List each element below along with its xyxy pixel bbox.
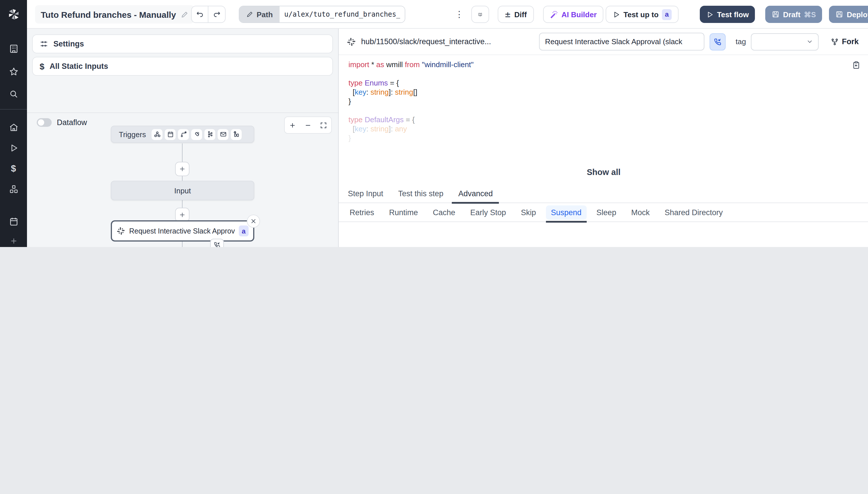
subtab-cache[interactable]: Cache (428, 203, 460, 222)
kafka-icon[interactable] (204, 129, 215, 140)
favorites-star-icon[interactable] (8, 67, 18, 77)
draft-shortcut: ⌘S (804, 10, 816, 19)
top-toolbar: Tuto Refund branches - Manually Path ⋮ (27, 0, 868, 29)
more-options-kebab-icon[interactable]: ⋮ (453, 6, 466, 23)
step-id-badge: a (239, 226, 248, 236)
slack-icon (347, 37, 356, 46)
flow-title-text: Tuto Refund branches - Manually (41, 10, 176, 19)
path-pencil-icon (246, 11, 253, 18)
poll-watch-icon[interactable] (231, 129, 242, 140)
redo-button[interactable] (208, 6, 226, 23)
test-up-to-button[interactable]: Test up to a (606, 6, 679, 23)
flow-settings-button[interactable]: Settings (32, 34, 333, 53)
draft-save-button[interactable]: Draft ⌘S (765, 6, 822, 23)
code-line: } (339, 134, 868, 143)
fit-view-button[interactable] (316, 117, 331, 133)
subtab-skip[interactable]: Skip (516, 203, 541, 222)
sliders-icon (40, 40, 48, 48)
home-icon[interactable] (8, 122, 18, 132)
diff-button[interactable]: ± Diff (498, 6, 534, 23)
step-detail-panel: hub/11500/slack/request_interactive... t… (338, 29, 868, 247)
subtab-runtime[interactable]: Runtime (384, 203, 423, 222)
subtab-sleep[interactable]: Sleep (591, 203, 622, 222)
triggers-node[interactable]: Triggers (111, 126, 254, 143)
code-line: type Enums = { (339, 79, 868, 88)
tab-advanced[interactable]: Advanced (458, 185, 493, 203)
websocket-plug-icon[interactable] (191, 129, 202, 140)
canvas-zoom-controls (284, 116, 332, 134)
variables-dollar-icon[interactable]: $ (11, 164, 16, 174)
zoom-in-button[interactable] (285, 117, 300, 133)
insert-step-button[interactable] (175, 162, 189, 176)
subtab-suspend[interactable]: Suspend (546, 203, 587, 222)
flow-title: Tuto Refund branches - Manually (35, 5, 194, 23)
show-all-button[interactable]: Show all (339, 168, 868, 177)
runs-play-icon[interactable] (9, 144, 18, 153)
flow-canvas: Settings $ All Static Inputs Dataflow (27, 29, 338, 247)
code-line: } (339, 97, 868, 106)
diff-icon: ± (505, 10, 511, 19)
remove-step-button[interactable] (247, 214, 260, 228)
windmill-logo[interactable] (7, 8, 20, 21)
suspend-phone-button[interactable] (710, 33, 726, 50)
step-node-label: Request Interactive Slack Approval (... (129, 227, 235, 235)
input-node[interactable]: Input (111, 181, 254, 200)
slack-icon (116, 227, 125, 235)
subtab-early-stop[interactable]: Early Stop (465, 203, 511, 222)
deploy-button[interactable]: Deploy (829, 6, 868, 23)
path-input[interactable] (280, 6, 405, 22)
chevron-down-icon (806, 38, 814, 45)
app-window: $ Tuto Re (0, 0, 868, 247)
subtab-mock[interactable]: Mock (626, 203, 655, 222)
clipboard-paste-icon[interactable] (852, 61, 861, 70)
all-static-inputs-button[interactable]: $ All Static Inputs (32, 57, 333, 76)
webhook-icon[interactable] (151, 129, 163, 140)
tab-test-this-step[interactable]: Test this step (398, 185, 443, 203)
edit-title-pencil-icon[interactable] (181, 11, 188, 18)
undo-redo-group (191, 6, 226, 23)
play-icon (706, 11, 714, 18)
path-label[interactable]: Path (239, 6, 280, 22)
code-line: type DefaultArgs = { (339, 115, 868, 125)
dataflow-label: Dataflow (57, 118, 87, 127)
path-field-group: Path (239, 6, 405, 23)
book-icon (478, 10, 482, 19)
schedules-calendar-icon[interactable] (8, 216, 18, 226)
ai-builder-button[interactable]: AI Builder (543, 6, 604, 23)
workspace-icon[interactable] (8, 44, 18, 54)
zoom-out-button[interactable] (300, 117, 316, 133)
sidebar: $ (0, 0, 27, 247)
code-line: import * as wmill from "windmill-client" (339, 60, 868, 70)
tag-label: tag (736, 37, 746, 46)
resources-cubes-icon[interactable] (8, 185, 18, 194)
email-icon[interactable] (218, 129, 228, 140)
graph-connector (182, 242, 183, 247)
git-fork-icon (831, 38, 839, 45)
add-plus-icon[interactable] (9, 237, 18, 245)
search-icon[interactable] (8, 89, 18, 99)
subtab-retries[interactable]: Retries (345, 203, 380, 222)
insert-step-button[interactable] (175, 208, 189, 222)
triggers-label: Triggers (119, 130, 146, 138)
undo-button[interactable] (191, 6, 208, 23)
dataflow-toggle[interactable] (37, 118, 52, 127)
code-line (339, 106, 868, 115)
code-editor[interactable]: import * as wmill from "windmill-client"… (339, 55, 868, 185)
docs-book-button[interactable] (471, 6, 489, 23)
fork-button[interactable]: Fork (831, 37, 859, 46)
hub-script-path[interactable]: hub/11500/slack/request_interactive... (361, 37, 491, 46)
code-line: [key: string]: string[] (339, 88, 868, 97)
http-route-icon[interactable] (178, 129, 189, 140)
tab-step-input[interactable]: Step Input (348, 185, 383, 203)
schedule-icon[interactable] (165, 129, 176, 140)
step-id-badge: a (662, 9, 672, 20)
step-node-slack-approval[interactable]: Request Interactive Slack Approval (... … (111, 220, 254, 242)
tag-select[interactable] (751, 33, 819, 50)
canvas-divider (27, 112, 338, 113)
step-name-input[interactable] (539, 33, 705, 51)
subtab-shared-directory[interactable]: Shared Directory (659, 203, 728, 222)
dataflow-row: Dataflow (37, 118, 87, 127)
test-flow-button[interactable]: Test flow (700, 6, 755, 23)
suspend-phone-indicator-icon[interactable] (210, 239, 224, 247)
advanced-subtabs: Retries Runtime Cache Early Stop Skip Su… (339, 203, 868, 222)
